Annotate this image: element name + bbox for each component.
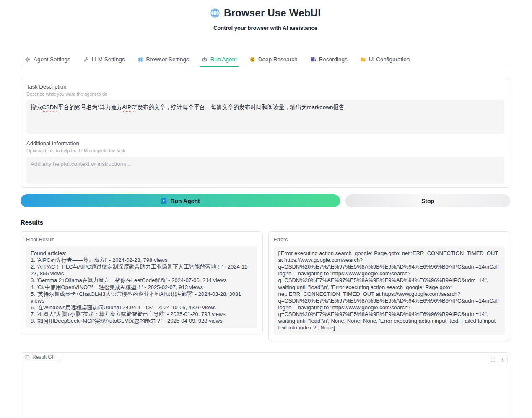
task-field: Task Description Describe what you want … [26, 84, 504, 134]
tab-label: Recordings [319, 56, 348, 63]
movie-camera-icon [310, 57, 316, 63]
stop-button[interactable]: Stop [345, 194, 510, 207]
tab-agent-settings[interactable]: Agent Settings [23, 53, 72, 67]
results-row: Final Result Found articles: 1. 'AIPC的先行… [21, 231, 510, 341]
final-result-text[interactable]: Found articles: 1. 'AIPC的先行者——算力魔方!' - 2… [26, 246, 257, 328]
stop-label: Stop [421, 198, 434, 204]
tab-llm-settings[interactable]: LLM Settings [81, 53, 127, 67]
additional-label: Additional Information [26, 140, 504, 146]
tab-bar: Agent Settings LLM Settings Browser Sett… [21, 53, 510, 67]
page-title: Browser Use WebUI [224, 7, 321, 19]
download-button[interactable] [498, 355, 507, 364]
tab-label: Agent Settings [34, 56, 70, 63]
globe-icon [138, 57, 143, 63]
run-agent-label: Run Agent [170, 198, 200, 204]
gif-toolbar [488, 355, 508, 364]
action-buttons: Run Agent Stop [21, 194, 510, 207]
tab-label: LLM Settings [92, 56, 125, 63]
folder-icon [360, 57, 366, 63]
wrench-icon [83, 57, 89, 63]
result-gif-panel: Result GIF [21, 352, 510, 418]
errors-card: Errors ['Error executing action search_g… [268, 231, 511, 341]
tab-ui-configuration[interactable]: UI Configuration [358, 53, 412, 67]
task-input[interactable]: 搜索CSDN平台的账号名为“算力魔方AIPC”发布的文章，统计每个平台，每篇文章… [26, 100, 504, 134]
gear-icon [25, 57, 31, 63]
page-subtitle: Control your browser with AI assistance [21, 25, 510, 31]
fullscreen-button[interactable] [488, 355, 498, 364]
result-gif-label: Result GIF [32, 354, 56, 360]
tab-label: UI Configuration [369, 56, 410, 63]
app-header: Browser Use WebUI Control your browser w… [21, 0, 510, 31]
robot-icon [202, 57, 208, 63]
tab-browser-settings[interactable]: Browser Settings [136, 53, 191, 67]
additional-hint: Optional hints to help the LLM complete … [26, 148, 504, 153]
tab-label: Deep Research [258, 56, 298, 63]
tab-run-agent[interactable]: Run Agent [200, 53, 239, 67]
globe-logo-icon [210, 8, 220, 18]
additional-input[interactable] [26, 157, 504, 184]
final-result-label: Final Result [26, 237, 257, 243]
run-agent-button[interactable]: Run Agent [21, 194, 340, 207]
download-icon [500, 357, 505, 362]
results-heading: Results [21, 219, 510, 226]
fullscreen-icon [490, 357, 496, 362]
tab-deep-research[interactable]: Deep Research [248, 53, 299, 67]
errors-text[interactable]: ['Error executing action search_google: … [274, 246, 505, 335]
additional-field: Additional Information Optional hints to… [26, 140, 504, 184]
monocle-face-icon [249, 57, 255, 63]
image-icon [24, 355, 30, 360]
result-gif-label-chip: Result GIF [21, 352, 61, 362]
final-result-card: Final Result Found articles: 1. 'AIPC的先行… [21, 231, 263, 334]
task-label: Task Description [26, 84, 504, 90]
play-icon [161, 198, 167, 204]
tab-label: Browser Settings [146, 56, 189, 63]
errors-label: Errors [274, 237, 505, 243]
tab-label: Run Agent [210, 56, 237, 63]
tab-recordings[interactable]: Recordings [309, 53, 349, 67]
task-input-text: 搜索CSDN平台的账号名为“算力魔方AIPC”发布的文章，统计每个平台，每篇文章… [31, 104, 345, 110]
task-hint: Describe what you want the agent to do [26, 91, 504, 97]
task-card: Task Description Describe what you want … [21, 78, 510, 188]
